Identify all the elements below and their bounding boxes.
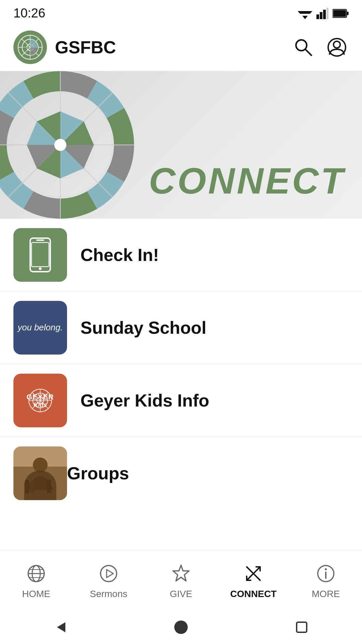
nav-item-connect[interactable]: CONNECT	[217, 555, 290, 606]
svg-point-60	[174, 621, 188, 634]
bottom-nav: HOME Sermons GIVE CONNE	[0, 550, 362, 610]
back-button[interactable]	[47, 614, 74, 641]
back-icon	[52, 619, 69, 636]
search-button[interactable]	[292, 36, 315, 59]
more-icon	[314, 562, 338, 585]
logo[interactable]	[13, 31, 47, 64]
svg-line-18	[305, 49, 311, 55]
status-bar: 10:26	[0, 0, 362, 24]
checkin-icon	[13, 228, 67, 282]
globe-icon	[26, 564, 46, 584]
compass-graphic	[0, 71, 147, 219]
svg-rect-44	[31, 482, 34, 493]
svg-rect-43	[25, 480, 29, 493]
svg-rect-61	[297, 622, 307, 632]
header: GSFBC	[0, 24, 362, 71]
banner: CONNECT	[0, 71, 362, 219]
info-circle-icon	[316, 564, 336, 584]
search-icon	[293, 37, 313, 57]
svg-point-42	[33, 458, 48, 472]
wifi-icon	[298, 8, 312, 19]
groups-label: Groups	[67, 463, 129, 483]
play-icon	[99, 564, 119, 584]
checkin-label: Check In!	[80, 245, 159, 265]
svg-rect-45	[47, 479, 51, 493]
svg-rect-32	[36, 239, 44, 241]
svg-rect-4	[320, 12, 322, 19]
nav-sermons-label: Sermons	[90, 589, 127, 599]
svg-point-31	[39, 267, 42, 270]
svg-marker-52	[107, 570, 113, 578]
sunday-school-label: Sunday School	[80, 318, 206, 338]
status-time: 10:26	[13, 6, 45, 20]
recents-button[interactable]	[288, 614, 315, 641]
list-item-geyer-kids[interactable]: GEYER Kids Geyer Kids Info	[0, 364, 362, 437]
svg-marker-53	[173, 565, 189, 581]
geyer-kids-icon: GEYER Kids	[13, 374, 67, 427]
nav-item-sermons[interactable]: Sermons	[72, 555, 145, 606]
star-icon	[171, 564, 191, 584]
connect-arrows-icon	[243, 564, 263, 584]
banner-connect-text: CONNECT	[149, 159, 345, 202]
connect-icon	[242, 562, 265, 585]
svg-point-51	[101, 566, 117, 582]
list-item-sunday[interactable]: you belong. Sunday School	[0, 291, 362, 364]
nav-item-home[interactable]: HOME	[0, 555, 72, 606]
logo-icon	[17, 34, 44, 61]
groups-icon	[13, 446, 67, 500]
status-icons	[298, 8, 349, 19]
svg-marker-59	[57, 622, 65, 632]
nav-item-give[interactable]: GIVE	[145, 555, 217, 606]
svg-marker-2	[302, 16, 308, 19]
svg-rect-8	[347, 12, 349, 15]
svg-rect-9	[333, 10, 346, 17]
nav-give-label: GIVE	[170, 589, 192, 599]
svg-rect-30	[32, 243, 49, 267]
battery-icon	[333, 9, 349, 18]
sunday-school-icon: you belong.	[13, 301, 67, 355]
svg-rect-41	[13, 467, 67, 500]
nav-connect-label: CONNECT	[230, 589, 277, 599]
svg-point-20	[334, 41, 340, 48]
list-item-checkin[interactable]: Check In!	[0, 219, 362, 291]
nav-more-label: MORE	[312, 589, 340, 599]
give-icon	[169, 562, 193, 585]
header-icons	[292, 36, 349, 59]
groups-photo-svg	[13, 446, 67, 500]
svg-rect-3	[316, 14, 319, 19]
home-button[interactable]	[168, 614, 194, 641]
home-icon	[24, 562, 48, 585]
svg-rect-6	[326, 8, 328, 19]
svg-point-28	[54, 139, 66, 151]
home-circle-icon	[173, 619, 189, 636]
phone-icon	[23, 236, 57, 273]
nav-home-label: HOME	[22, 589, 50, 599]
nav-item-more[interactable]: MORE	[290, 555, 362, 606]
sermons-icon	[97, 562, 120, 585]
app-title: GSFBC	[55, 37, 292, 57]
svg-point-58	[325, 568, 327, 570]
signal-icon	[316, 8, 328, 19]
list-container: Check In! you belong. Sunday School	[0, 219, 362, 509]
geyer-kids-label: Geyer Kids Info	[80, 390, 209, 411]
android-nav	[0, 610, 362, 644]
svg-rect-5	[323, 10, 326, 19]
profile-button[interactable]	[325, 36, 349, 59]
list-item-groups[interactable]: Groups	[0, 437, 362, 509]
recents-icon	[293, 619, 310, 636]
profile-icon	[327, 37, 347, 57]
compass-svg	[0, 71, 147, 219]
